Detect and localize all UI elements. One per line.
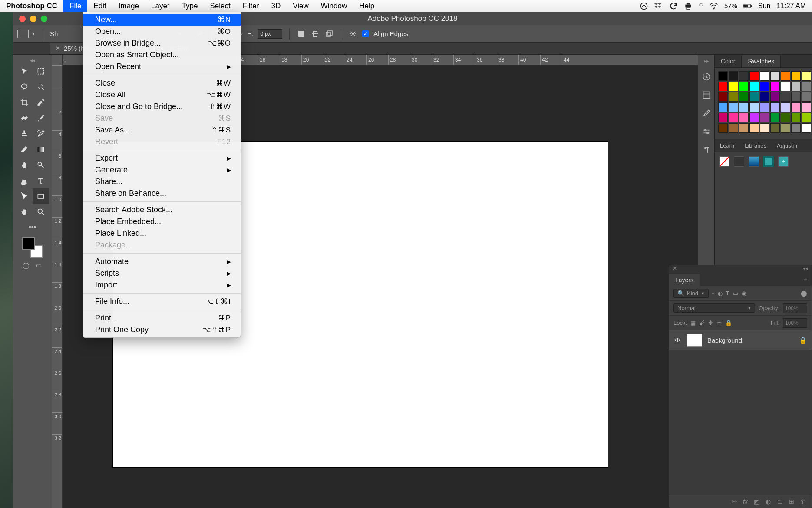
lasso-tool[interactable] bbox=[16, 79, 33, 95]
battery-icon[interactable] bbox=[743, 2, 752, 10]
rectangle-tool[interactable] bbox=[33, 188, 49, 204]
swatch[interactable] bbox=[802, 113, 811, 122]
swatch[interactable] bbox=[781, 92, 790, 102]
swatch[interactable] bbox=[729, 113, 738, 122]
swatch[interactable] bbox=[739, 102, 749, 112]
hand-tool[interactable] bbox=[16, 204, 33, 220]
dodge-tool[interactable] bbox=[33, 157, 49, 173]
layer-lock-icon[interactable]: 🔒 bbox=[799, 336, 807, 344]
new-group-icon[interactable]: 🗀 bbox=[777, 498, 783, 505]
swatch[interactable] bbox=[729, 102, 738, 112]
menuitem-share-on-behance[interactable]: Share on Behance... bbox=[83, 188, 241, 199]
lock-artboard-icon[interactable]: ▭ bbox=[716, 320, 722, 326]
link-layers-icon[interactable]: ⚯ bbox=[732, 498, 737, 505]
swatch[interactable] bbox=[718, 123, 728, 133]
lock-position-icon[interactable]: ✥ bbox=[708, 320, 713, 326]
lock-all-icon[interactable]: 🔒 bbox=[725, 320, 732, 326]
lock-pixels-icon[interactable]: 🖌 bbox=[699, 320, 705, 326]
filter-toggle-icon[interactable]: ⬤ bbox=[801, 290, 807, 297]
layer-filter-kind[interactable]: 🔍Kind ▼ bbox=[673, 289, 709, 298]
menuitem-automate[interactable]: Automate▶ bbox=[83, 256, 241, 267]
lock-transparency-icon[interactable]: ▦ bbox=[690, 320, 696, 326]
swatch[interactable] bbox=[729, 92, 738, 102]
app-name[interactable]: Photoshop CC bbox=[0, 2, 63, 10]
layers-panel-menu-icon[interactable]: ≡ bbox=[799, 274, 812, 286]
layer-thumbnail[interactable] bbox=[687, 334, 702, 347]
menuitem-open-recent[interactable]: Open Recent▶ bbox=[83, 61, 241, 73]
brush-settings-icon[interactable] bbox=[701, 126, 712, 137]
swatch[interactable] bbox=[760, 82, 769, 91]
quick-select-tool[interactable] bbox=[33, 79, 49, 95]
screen-mode-icon[interactable]: ▭ bbox=[35, 261, 43, 269]
marquee-tool[interactable] bbox=[33, 63, 49, 79]
swatch[interactable] bbox=[770, 102, 780, 112]
swatch[interactable] bbox=[781, 102, 790, 112]
strip-expand-icon[interactable]: ▸▸ bbox=[704, 58, 709, 64]
menu-layer[interactable]: Layer bbox=[145, 0, 176, 12]
tools-collapse-icon[interactable]: ◂◂ bbox=[30, 57, 35, 63]
close-tab-icon[interactable]: ✕ bbox=[56, 45, 60, 52]
menuitem-new[interactable]: New...⌘N bbox=[83, 14, 241, 26]
menuitem-open-as-smart-object[interactable]: Open as Smart Object... bbox=[83, 49, 241, 61]
printer-icon[interactable] bbox=[684, 2, 693, 10]
blend-mode-select[interactable]: Normal▼ bbox=[673, 303, 755, 313]
layer-row[interactable]: 👁 Background 🔒 bbox=[669, 330, 812, 350]
move-tool[interactable] bbox=[16, 63, 33, 79]
new-layer-icon[interactable]: ⊞ bbox=[789, 498, 794, 505]
menuitem-place-linked[interactable]: Place Linked... bbox=[83, 228, 241, 239]
menu-type[interactable]: Type bbox=[176, 0, 204, 12]
adjustment-solid-icon[interactable] bbox=[734, 156, 744, 167]
history-icon[interactable] bbox=[701, 72, 712, 82]
quick-mask-icon[interactable]: ◯ bbox=[22, 261, 30, 269]
menu-3d[interactable]: 3D bbox=[265, 0, 287, 12]
swatch[interactable] bbox=[791, 123, 801, 133]
swatch[interactable] bbox=[749, 82, 759, 91]
swatch[interactable] bbox=[760, 92, 769, 102]
swatch[interactable] bbox=[770, 123, 780, 133]
swatch[interactable] bbox=[739, 82, 749, 91]
swatch[interactable] bbox=[749, 71, 759, 81]
align-edges-checkbox[interactable]: ✓ bbox=[362, 30, 369, 37]
filter-type-icon[interactable]: T bbox=[726, 290, 729, 297]
menuitem-print-one-copy[interactable]: Print One Copy⌥⇧⌘P bbox=[83, 324, 241, 336]
layer-visibility-icon[interactable]: 👁 bbox=[673, 336, 681, 344]
properties-icon[interactable] bbox=[701, 90, 712, 100]
libraries-tab[interactable]: Libraries bbox=[739, 139, 772, 152]
tool-preset-dropdown-icon[interactable]: ▼ bbox=[31, 31, 36, 36]
swatch[interactable] bbox=[781, 113, 790, 122]
swatch[interactable] bbox=[749, 113, 759, 122]
swatch[interactable] bbox=[718, 113, 728, 122]
menu-file[interactable]: File bbox=[63, 0, 87, 12]
swatch[interactable] bbox=[760, 113, 769, 122]
menu-window[interactable]: Window bbox=[315, 0, 353, 12]
menuitem-open[interactable]: Open...⌘O bbox=[83, 26, 241, 37]
menu-filter[interactable]: Filter bbox=[237, 0, 265, 12]
swatch[interactable] bbox=[781, 82, 790, 91]
adjustments-tab[interactable]: Adjustm bbox=[772, 139, 802, 152]
sync-icon[interactable] bbox=[669, 2, 678, 10]
brush-tool[interactable] bbox=[33, 110, 49, 126]
adjustment-pattern-icon[interactable] bbox=[763, 156, 774, 167]
menuitem-save-as[interactable]: Save As...⇧⌘S bbox=[83, 124, 241, 136]
filter-smart-icon[interactable]: ◉ bbox=[742, 290, 746, 297]
eraser-tool[interactable] bbox=[16, 142, 33, 157]
foreground-background-colors[interactable] bbox=[22, 237, 43, 258]
ruler-vertical[interactable]: 24681 01 21 41 61 82 02 22 42 62 83 03 2 bbox=[52, 65, 63, 508]
swatch[interactable] bbox=[729, 71, 738, 81]
menuitem-print[interactable]: Print...⌘P bbox=[83, 312, 241, 324]
menuitem-import[interactable]: Import▶ bbox=[83, 279, 241, 291]
learn-tab[interactable]: Learn bbox=[715, 139, 739, 152]
adjustment-gradient-icon[interactable] bbox=[749, 156, 759, 167]
zoom-tool[interactable] bbox=[33, 204, 49, 220]
menuitem-share[interactable]: Share... bbox=[83, 176, 241, 188]
menu-image[interactable]: Image bbox=[112, 0, 145, 12]
swatch[interactable] bbox=[760, 102, 769, 112]
paragraph-icon[interactable] bbox=[701, 145, 712, 155]
menuitem-close-and-go-to-bridge[interactable]: Close and Go to Bridge...⇧⌘W bbox=[83, 101, 241, 112]
healing-tool[interactable] bbox=[16, 110, 33, 126]
filter-pixel-icon[interactable]: ▫ bbox=[712, 290, 714, 297]
brushes-icon[interactable] bbox=[701, 108, 712, 119]
gradient-tool[interactable] bbox=[33, 142, 49, 157]
swatch[interactable] bbox=[770, 71, 780, 81]
swatch[interactable] bbox=[802, 92, 811, 102]
